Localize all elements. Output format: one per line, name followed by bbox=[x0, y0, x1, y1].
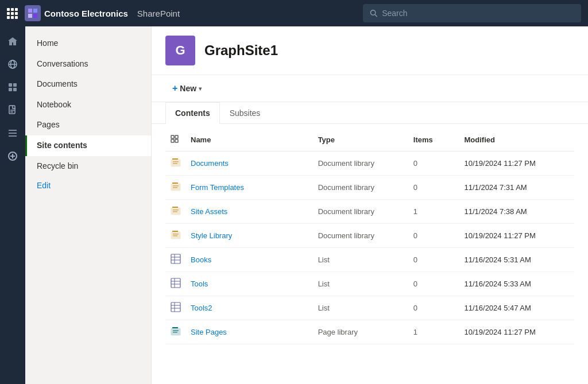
col-items-header[interactable]: Items bbox=[409, 129, 460, 152]
nav-item-pages[interactable]: Pages bbox=[25, 115, 151, 135]
svg-rect-40 bbox=[173, 234, 179, 235]
svg-rect-31 bbox=[172, 183, 178, 184]
apps-nav-icon[interactable] bbox=[2, 77, 23, 98]
svg-rect-33 bbox=[173, 187, 177, 188]
row-icon-cell bbox=[165, 224, 186, 248]
item-name-link[interactable]: Tools2 bbox=[191, 304, 212, 312]
svg-rect-46 bbox=[171, 278, 180, 288]
add-nav-icon[interactable] bbox=[2, 146, 23, 166]
row-type-cell: Document library bbox=[314, 200, 409, 224]
globe-nav-icon[interactable] bbox=[2, 54, 23, 75]
table-body: Documents Document library 0 10/19/2024 … bbox=[165, 152, 574, 344]
row-items-cell: 0 bbox=[409, 176, 460, 200]
item-name-link[interactable]: Books bbox=[191, 255, 211, 264]
col-icon-header bbox=[165, 129, 186, 152]
nav-item-documents[interactable]: Documents bbox=[25, 74, 151, 95]
svg-rect-56 bbox=[173, 330, 179, 331]
svg-rect-28 bbox=[173, 161, 179, 162]
row-icon-cell bbox=[165, 152, 186, 176]
nav-item-recycle-bin[interactable]: Recycle bin bbox=[25, 156, 151, 177]
svg-rect-41 bbox=[173, 235, 177, 236]
svg-rect-57 bbox=[173, 332, 177, 333]
svg-rect-42 bbox=[171, 254, 180, 263]
svg-rect-32 bbox=[173, 185, 179, 187]
col-type-header[interactable]: Type bbox=[314, 129, 409, 152]
search-box[interactable] bbox=[363, 4, 581, 22]
logo-text: Contoso Electronics bbox=[44, 9, 128, 18]
table-row: Documents Document library 0 10/19/2024 … bbox=[165, 152, 574, 176]
document-nav-icon[interactable] bbox=[2, 100, 23, 121]
row-name-cell: Site Pages bbox=[186, 320, 314, 344]
svg-rect-22 bbox=[171, 135, 174, 138]
table-container: Name Type Items Modified Documents Docum… bbox=[152, 124, 588, 384]
svg-rect-27 bbox=[172, 158, 178, 160]
new-button[interactable]: + New ▾ bbox=[165, 80, 208, 97]
nav-item-home[interactable]: Home bbox=[25, 33, 151, 54]
table-row: Form Templates Document library 0 11/1/2… bbox=[165, 176, 574, 200]
svg-rect-13 bbox=[9, 106, 15, 114]
plus-icon: + bbox=[172, 83, 177, 94]
site-avatar: G bbox=[165, 36, 195, 65]
col-modified-header[interactable]: Modified bbox=[459, 129, 574, 152]
item-name-link[interactable]: Documents bbox=[191, 159, 229, 168]
row-modified-cell: 10/19/2024 11:27 PM bbox=[459, 152, 574, 176]
row-type-cell: Document library bbox=[314, 224, 409, 248]
row-name-cell: Tools bbox=[186, 272, 314, 296]
nav-item-site-contents[interactable]: Site contents bbox=[25, 135, 151, 156]
row-name-cell: Documents bbox=[186, 152, 314, 176]
col-name-header[interactable]: Name bbox=[186, 129, 314, 152]
item-name-link[interactable]: Site Pages bbox=[191, 328, 227, 336]
toolbar: + New ▾ bbox=[152, 75, 588, 102]
row-items-cell: 0 bbox=[409, 296, 460, 320]
svg-rect-0 bbox=[28, 9, 32, 13]
row-name-cell: Style Library bbox=[186, 224, 314, 248]
nav-edit-link[interactable]: Edit bbox=[25, 176, 151, 195]
row-modified-cell: 11/16/2024 5:47 AM bbox=[459, 296, 574, 320]
svg-rect-1 bbox=[33, 9, 37, 13]
row-icon-cell bbox=[165, 320, 186, 344]
svg-rect-50 bbox=[171, 302, 180, 312]
svg-rect-25 bbox=[175, 139, 178, 142]
svg-rect-55 bbox=[172, 327, 178, 328]
row-type-cell: Document library bbox=[314, 176, 409, 200]
content-area: G GraphSite1 + New ▾ Contents Subsites bbox=[152, 26, 588, 384]
svg-rect-23 bbox=[175, 135, 178, 138]
nav-item-notebook[interactable]: Notebook bbox=[25, 95, 151, 115]
grid-menu-icon[interactable] bbox=[7, 8, 18, 19]
search-input[interactable] bbox=[382, 9, 574, 18]
row-modified-cell: 10/19/2024 11:27 PM bbox=[459, 320, 574, 344]
svg-rect-11 bbox=[9, 88, 12, 91]
row-icon-cell bbox=[165, 248, 186, 272]
table-row: Site Assets Document library 1 11/1/2024… bbox=[165, 200, 574, 224]
item-name-link[interactable]: Site Assets bbox=[191, 207, 227, 216]
tab-contents[interactable]: Contents bbox=[165, 102, 220, 124]
svg-rect-29 bbox=[173, 163, 177, 164]
row-modified-cell: 11/16/2024 5:31 AM bbox=[459, 248, 574, 272]
item-name-link[interactable]: Form Templates bbox=[191, 183, 244, 192]
item-name-link[interactable]: Tools bbox=[191, 280, 208, 288]
svg-rect-2 bbox=[28, 14, 32, 18]
site-title: GraphSite1 bbox=[204, 42, 278, 59]
svg-rect-9 bbox=[9, 83, 12, 87]
row-icon-cell bbox=[165, 272, 186, 296]
row-icon-cell bbox=[165, 176, 186, 200]
svg-rect-36 bbox=[173, 210, 179, 211]
table-header-row: Name Type Items Modified bbox=[165, 129, 574, 152]
svg-rect-24 bbox=[171, 139, 174, 142]
row-icon-cell bbox=[165, 296, 186, 320]
topbar-logo[interactable]: Contoso Electronics bbox=[25, 5, 128, 21]
row-name-cell: Site Assets bbox=[186, 200, 314, 224]
nav-item-conversations[interactable]: Conversations bbox=[25, 54, 151, 75]
row-items-cell: 0 bbox=[409, 248, 460, 272]
row-modified-cell: 10/19/2024 11:27 PM bbox=[459, 224, 574, 248]
new-button-label: New bbox=[180, 84, 196, 93]
left-nav bbox=[0, 26, 25, 384]
item-name-link[interactable]: Style Library bbox=[191, 231, 232, 240]
row-modified-cell: 11/1/2024 7:38 AM bbox=[459, 200, 574, 224]
svg-rect-10 bbox=[13, 83, 17, 87]
list-nav-icon[interactable] bbox=[2, 123, 23, 143]
row-items-cell: 1 bbox=[409, 320, 460, 344]
tab-subsites[interactable]: Subsites bbox=[220, 102, 270, 124]
home-nav-icon[interactable] bbox=[2, 31, 23, 52]
site-header: G GraphSite1 bbox=[152, 26, 588, 75]
